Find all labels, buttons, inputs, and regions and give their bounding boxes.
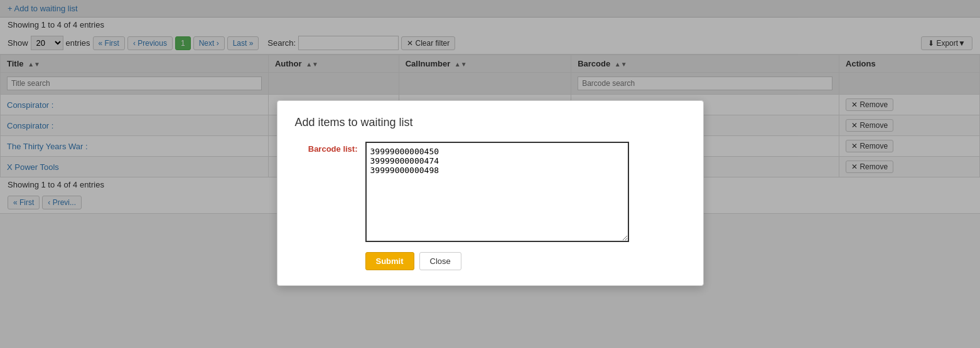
barcode-list-row: Barcode list: 39999000000450 39999000000… (295, 142, 686, 214)
barcode-list-textarea[interactable]: 39999000000450 39999000000474 3999900000… (365, 142, 629, 214)
modal-overlay: Add items to waiting list Barcode list: … (0, 0, 980, 214)
modal-title: Add items to waiting list (295, 116, 686, 129)
barcode-list-label: Barcode list: (295, 142, 358, 154)
add-items-modal: Add items to waiting list Barcode list: … (277, 100, 704, 214)
